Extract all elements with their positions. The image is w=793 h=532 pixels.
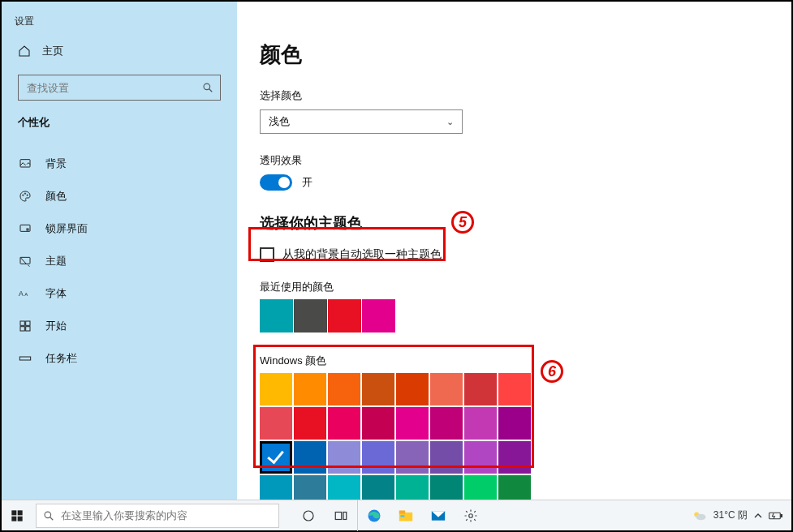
windows-color-swatch[interactable] (328, 373, 360, 405)
windows-color-swatch[interactable] (362, 373, 394, 405)
svg-point-30 (469, 513, 473, 517)
settings-icon[interactable] (455, 500, 487, 531)
weather-text[interactable]: 31°C 阴 (713, 508, 748, 522)
recent-color-swatch[interactable] (260, 299, 293, 332)
edge-icon[interactable] (357, 500, 390, 531)
svg-point-0 (204, 84, 210, 90)
weather-icon[interactable] (692, 510, 707, 521)
svg-text:A: A (24, 292, 28, 297)
sidebar-item-start[interactable]: 开始 (2, 310, 237, 342)
windows-color-swatch[interactable] (260, 441, 292, 474)
svg-text:A: A (19, 290, 24, 298)
sidebar-item-label: 背景 (45, 157, 67, 171)
windows-color-swatch[interactable] (396, 407, 429, 440)
sidebar-nav: 背景 颜色 锁屏界面 主题 AA 字体 开始 (2, 148, 237, 375)
svg-rect-34 (781, 514, 782, 517)
svg-rect-13 (20, 327, 24, 331)
svg-rect-18 (11, 516, 16, 521)
sidebar-item-lockscreen[interactable]: 锁屏界面 (2, 212, 237, 245)
choose-color-select[interactable]: 浅色 ⌄ (260, 109, 463, 134)
windows-color-swatch[interactable] (498, 441, 531, 474)
windows-color-swatch[interactable] (260, 475, 292, 501)
sidebar-item-label: 任务栏 (45, 351, 77, 366)
settings-sidebar: 设置 主页 个性化 背景 颜色 锁屏界面 (2, 2, 237, 501)
search-input-wrapper[interactable] (18, 75, 221, 101)
sidebar-item-theme[interactable]: 主题 (2, 245, 237, 277)
windows-color-swatch[interactable] (362, 475, 394, 501)
windows-color-swatch[interactable] (430, 373, 463, 405)
sidebar-item-label: 开始 (45, 319, 67, 333)
taskview-button[interactable] (325, 500, 357, 531)
explorer-icon[interactable] (390, 500, 422, 531)
start-icon (18, 319, 32, 333)
recent-color-swatch[interactable] (328, 299, 361, 332)
recent-color-swatch[interactable] (294, 299, 327, 332)
sidebar-item-color[interactable]: 颜色 (2, 180, 237, 212)
windows-color-swatch[interactable] (464, 407, 497, 440)
windows-color-swatch[interactable] (464, 441, 497, 474)
taskbar-search-input[interactable] (61, 509, 272, 521)
transparency-state: 开 (302, 175, 312, 190)
system-tray: 31°C 阴 (692, 508, 791, 522)
windows-color-swatch[interactable] (260, 407, 292, 440)
svg-rect-17 (18, 510, 23, 515)
windows-color-swatch[interactable] (328, 441, 360, 474)
windows-color-swatch[interactable] (430, 407, 463, 440)
windows-color-swatch[interactable] (328, 475, 360, 501)
sidebar-item-font[interactable]: AA 字体 (2, 277, 237, 310)
windows-color-swatch[interactable] (498, 475, 531, 501)
battery-icon[interactable] (769, 511, 783, 521)
svg-point-22 (304, 511, 313, 521)
windows-color-swatch[interactable] (294, 475, 326, 501)
taskbar-search[interactable] (36, 504, 279, 528)
windows-color-swatch[interactable] (294, 407, 326, 440)
page-title: 颜色 (260, 41, 769, 69)
search-input[interactable] (19, 82, 196, 94)
sidebar-item-taskbar[interactable]: 任务栏 (2, 342, 237, 375)
svg-rect-19 (18, 516, 23, 521)
cortana-button[interactable] (292, 500, 325, 531)
sidebar-item-label: 锁屏界面 (45, 221, 88, 236)
checkbox-icon (260, 247, 274, 262)
palette-icon (18, 189, 32, 204)
nav-home[interactable]: 主页 (18, 44, 63, 58)
windows-color-swatch[interactable] (464, 373, 497, 405)
windows-color-swatch[interactable] (430, 475, 463, 501)
windows-color-swatch[interactable] (396, 373, 429, 405)
windows-color-swatch[interactable] (430, 441, 463, 474)
windows-color-swatch[interactable] (294, 373, 326, 405)
recent-color-swatch[interactable] (362, 299, 395, 332)
windows-colors-region (260, 373, 769, 501)
windows-color-swatch[interactable] (260, 373, 292, 405)
windows-color-swatch[interactable] (328, 407, 360, 440)
chevron-down-icon: ⌄ (446, 117, 454, 127)
windows-color-swatch[interactable] (464, 475, 497, 501)
auto-pick-checkbox-row[interactable]: 从我的背景自动选取一种主题色 (260, 244, 769, 265)
taskbar: 31°C 阴 (2, 500, 791, 530)
svg-rect-27 (399, 510, 405, 513)
svg-point-5 (27, 195, 28, 195)
transparency-label: 透明效果 (260, 153, 769, 168)
windows-color-swatch[interactable] (362, 441, 394, 474)
sidebar-item-label: 颜色 (45, 189, 67, 204)
auto-pick-label: 从我的背景自动选取一种主题色 (282, 247, 442, 262)
app-title: 设置 (15, 15, 34, 28)
start-button[interactable] (2, 500, 32, 531)
transparency-toggle[interactable] (260, 174, 292, 191)
image-icon (18, 157, 32, 171)
sidebar-item-background[interactable]: 背景 (2, 148, 237, 180)
mail-icon[interactable] (422, 500, 455, 531)
windows-color-swatch[interactable] (498, 407, 531, 440)
windows-color-swatch[interactable] (396, 475, 429, 501)
svg-point-20 (45, 512, 51, 518)
choose-color-label: 选择颜色 (260, 88, 769, 103)
taskbar-icon (18, 351, 32, 366)
windows-color-swatch[interactable] (396, 441, 429, 474)
windows-color-swatch[interactable] (294, 441, 326, 474)
svg-rect-15 (19, 357, 30, 360)
accent-heading: 选择你的主题色 (260, 213, 769, 233)
lockscreen-icon (18, 221, 32, 236)
windows-color-swatch[interactable] (362, 407, 394, 440)
tray-chevron-up-icon[interactable] (754, 512, 762, 520)
windows-color-swatch[interactable] (498, 373, 531, 405)
